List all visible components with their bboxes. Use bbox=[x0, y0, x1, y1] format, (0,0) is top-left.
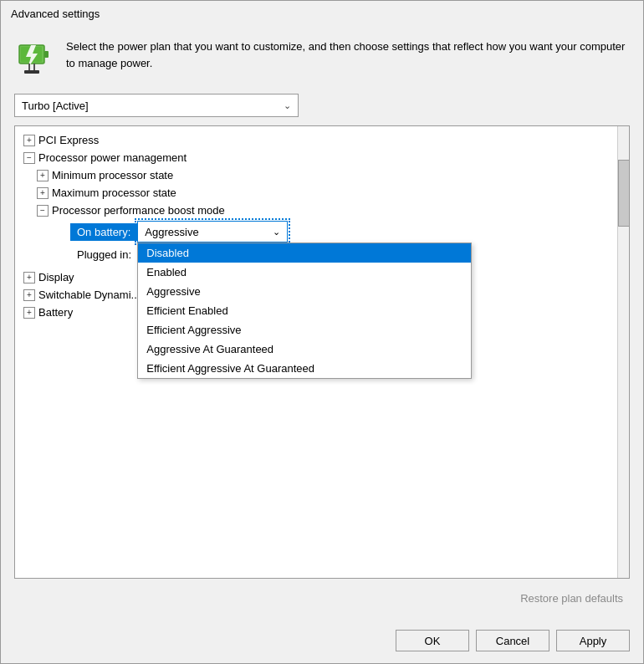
on-battery-dropdown-control: Aggressive ⌄ Disabled Enabled Aggressive bbox=[137, 221, 288, 243]
plan-dropdown[interactable]: Turbo [Active] ⌄ bbox=[14, 94, 299, 117]
on-battery-dropdown[interactable]: Aggressive ⌄ bbox=[137, 221, 288, 243]
on-battery-row: On battery: Aggressive ⌄ Disabled Enable… bbox=[18, 219, 626, 244]
content-area: Select the power plan that you want to c… bbox=[1, 23, 643, 620]
expander-display[interactable]: + bbox=[23, 272, 35, 283]
scrollbar-thumb[interactable] bbox=[618, 160, 630, 227]
tree-label-min-processor: Minimum processor state bbox=[52, 169, 173, 181]
advanced-settings-dialog: Advanced settings bbox=[0, 0, 644, 664]
dropdown-chevron-icon: ⌄ bbox=[273, 227, 280, 238]
plan-dropdown-text: Turbo [Active] bbox=[22, 100, 89, 112]
svg-rect-1 bbox=[44, 51, 49, 58]
dropdown-options-list: Disabled Enabled Aggressive Efficient En… bbox=[137, 243, 472, 379]
option-aggressive-at-guaranteed[interactable]: Aggressive At Guaranteed bbox=[138, 340, 471, 359]
tree-label-boost-mode: Processor performance boost mode bbox=[52, 204, 225, 217]
tree-label-display: Display bbox=[38, 271, 74, 283]
expander-switchable[interactable]: + bbox=[23, 289, 35, 301]
expander-max-processor[interactable]: + bbox=[37, 187, 49, 199]
tree-item-max-processor[interactable]: + Maximum processor state bbox=[18, 184, 626, 202]
restore-defaults-button[interactable]: Restore plan defaults bbox=[520, 592, 623, 605]
apply-button[interactable]: Apply bbox=[556, 630, 630, 651]
dialog-title: Advanced settings bbox=[1, 1, 643, 23]
option-efficient-aggressive[interactable]: Efficient Aggressive bbox=[138, 320, 471, 340]
option-enabled[interactable]: Enabled bbox=[138, 263, 471, 282]
settings-tree: + PCI Express − Processor power manageme… bbox=[14, 125, 630, 579]
tree-label-pci-express: PCI Express bbox=[38, 134, 99, 146]
button-bar: OK Cancel Apply bbox=[1, 620, 643, 663]
option-efficient-enabled[interactable]: Efficient Enabled bbox=[138, 301, 471, 320]
ok-button[interactable]: OK bbox=[396, 630, 469, 651]
expander-min-processor[interactable]: + bbox=[37, 170, 49, 181]
chevron-down-icon: ⌄ bbox=[284, 100, 291, 111]
svg-rect-6 bbox=[24, 70, 39, 74]
option-aggressive[interactable]: Aggressive bbox=[138, 282, 471, 301]
expander-boost-mode[interactable]: − bbox=[37, 205, 49, 217]
option-efficient-aggressive-at-guaranteed[interactable]: Efficient Aggressive At Guaranteed bbox=[138, 359, 471, 378]
tree-label-max-processor: Maximum processor state bbox=[52, 186, 176, 199]
restore-section: Restore plan defaults bbox=[14, 587, 630, 610]
tree-item-pci-express[interactable]: + PCI Express bbox=[18, 131, 626, 149]
tree-label-battery: Battery bbox=[38, 306, 73, 319]
on-battery-value: Aggressive bbox=[145, 226, 198, 238]
expander-processor-power[interactable]: − bbox=[23, 152, 35, 164]
tree-item-boost-mode[interactable]: − Processor performance boost mode bbox=[18, 202, 626, 219]
tree-item-min-processor[interactable]: + Minimum processor state bbox=[18, 166, 626, 184]
header-description: Select the power plan that you want to c… bbox=[66, 37, 630, 71]
option-disabled[interactable]: Disabled bbox=[138, 243, 471, 263]
tree-label-switchable: Switchable Dynami... bbox=[38, 289, 140, 301]
expander-pci-express[interactable]: + bbox=[23, 135, 35, 146]
battery-icon bbox=[14, 37, 54, 77]
header-section: Select the power plan that you want to c… bbox=[14, 33, 630, 85]
tree-label-processor-power: Processor power management bbox=[38, 151, 187, 164]
on-battery-label: On battery: bbox=[70, 223, 137, 241]
scrollbar[interactable] bbox=[617, 126, 629, 578]
tree-item-processor-power[interactable]: − Processor power management bbox=[18, 149, 626, 166]
plugged-in-label: Plugged in: bbox=[70, 246, 138, 263]
expander-battery[interactable]: + bbox=[23, 307, 35, 319]
cancel-button[interactable]: Cancel bbox=[476, 630, 549, 651]
